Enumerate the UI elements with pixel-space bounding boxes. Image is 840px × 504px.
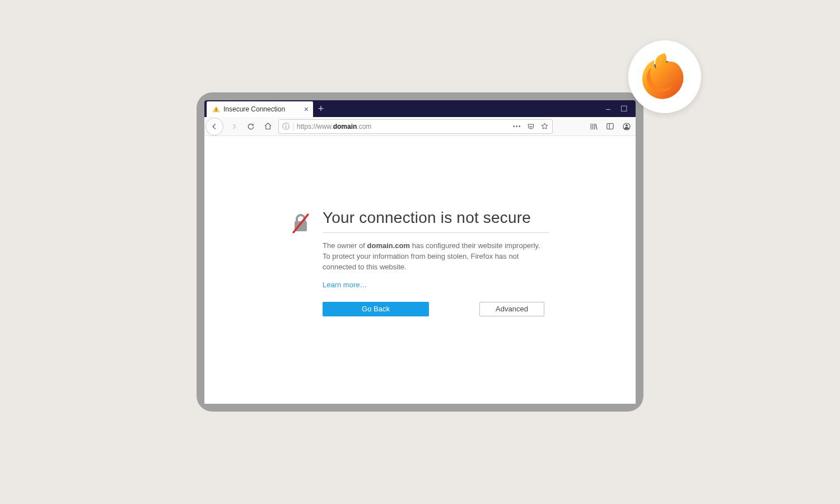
home-button[interactable] [262,120,274,133]
forward-button [228,120,240,133]
tab-strip: Insecure Connection × + – ☐ [204,100,636,117]
advanced-button[interactable]: Advanced [479,302,544,316]
sidebar-icon[interactable] [606,122,614,130]
browser-window: Insecure Connection × + – ☐ [204,100,636,404]
tab-title: Insecure Connection [223,105,285,113]
toolbar-right [589,122,631,131]
site-info-icon[interactable]: ⓘ [282,122,290,132]
address-bar[interactable]: ⓘ https://www.domain.com ••• [278,119,553,134]
warning-icon [212,105,220,113]
toolbar: ⓘ https://www.domain.com ••• [204,117,636,136]
go-back-button[interactable]: Go Back [323,302,429,316]
error-block: Your connection is not secure The owner … [291,209,549,404]
bookmark-star-icon[interactable] [540,122,549,130]
active-tab[interactable]: Insecure Connection × [207,101,313,117]
error-page: Your connection is not secure The owner … [204,136,636,404]
maximize-button[interactable]: ☐ [620,104,628,113]
reload-button[interactable] [245,120,257,133]
url-text: https://www.domain.com [297,123,510,130]
error-body: The owner of domain.com has configured t… [323,241,549,273]
button-row: Go Back Advanced [323,302,549,316]
error-content: Your connection is not secure The owner … [323,209,549,404]
insecure-lock-icon [291,209,310,404]
pocket-icon[interactable] [527,123,535,130]
back-button[interactable] [206,118,223,136]
library-icon[interactable] [589,122,598,131]
page-actions-icon[interactable]: ••• [513,123,521,129]
window-controls: – ☐ [606,100,636,117]
minimize-button[interactable]: – [606,104,610,113]
svg-point-5 [626,124,628,127]
separator [293,122,293,131]
svg-rect-2 [607,124,613,129]
firefox-logo-badge [628,40,701,113]
plus-icon: + [318,103,324,115]
device-frame: Insecure Connection × + – ☐ [197,92,643,412]
svg-rect-0 [216,108,216,110]
svg-rect-1 [216,111,216,111]
new-tab-button[interactable]: + [313,100,329,117]
close-tab-icon[interactable]: × [304,105,309,114]
account-icon[interactable] [622,122,631,131]
firefox-icon [637,49,693,105]
error-title: Your connection is not secure [323,209,549,233]
learn-more-link[interactable]: Learn more… [323,281,367,289]
